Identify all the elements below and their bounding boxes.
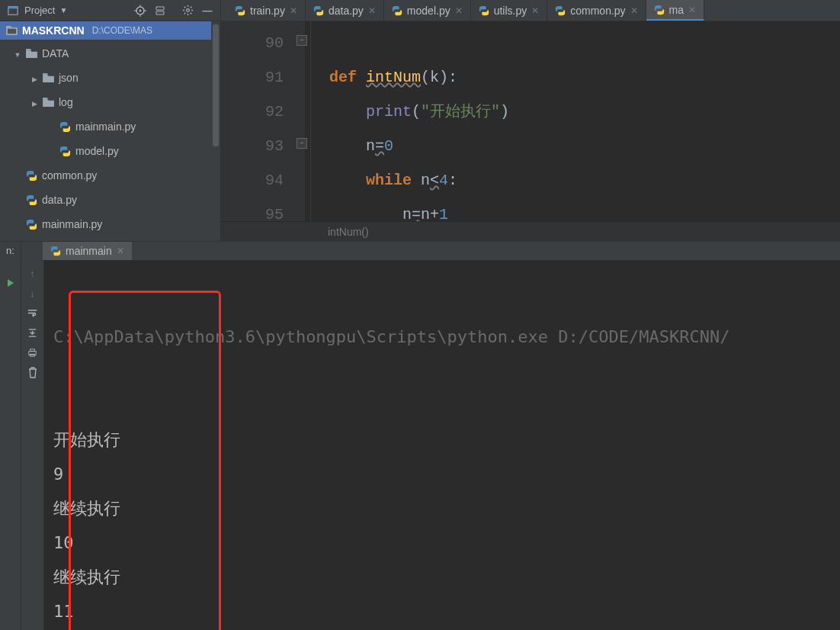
- gear-icon[interactable]: [179, 2, 196, 19]
- line-number: 90: [221, 26, 284, 60]
- tree-folder[interactable]: log: [3, 90, 217, 114]
- scroll-to-end-icon[interactable]: [24, 324, 41, 341]
- project-toolbar: Project ▼ —: [0, 0, 221, 21]
- tree-item-label: log: [59, 96, 73, 108]
- code-content[interactable]: def intNum(k): print("开始执行") n=0 while n…: [305, 21, 840, 221]
- tab-label: model.py: [407, 5, 450, 17]
- tree-file[interactable]: mainmain.py: [3, 212, 217, 236]
- print-icon[interactable]: [24, 344, 41, 361]
- var: n: [421, 206, 430, 221]
- editor-tab[interactable]: data.py✕: [306, 0, 384, 21]
- project-root-name: MASKRCNN: [22, 24, 85, 37]
- console-line: 10: [53, 526, 831, 560]
- close-icon[interactable]: ✕: [688, 5, 696, 15]
- editor-tab[interactable]: ma✕: [646, 0, 704, 21]
- tree-item-label: model.py: [75, 145, 119, 157]
- editor-tab[interactable]: train.py✕: [227, 0, 306, 21]
- editor-tab[interactable]: model.py✕: [384, 0, 471, 21]
- num: 4: [439, 172, 448, 189]
- topbar: Project ▼ — train.py✕data.py✕model.py✕ut…: [0, 0, 840, 21]
- run-body: mainmain ✕ ↑ ↓: [21, 242, 840, 630]
- op-eq: =: [412, 206, 421, 221]
- close-icon[interactable]: ✕: [117, 246, 124, 256]
- svg-rect-18: [6, 26, 11, 28]
- string-literal: "开始执行": [421, 103, 500, 121]
- tab-label: common.py: [570, 5, 625, 17]
- op-plus: +: [430, 206, 439, 221]
- arrow-down-icon[interactable]: ↓: [24, 284, 41, 301]
- svg-marker-20: [8, 279, 14, 287]
- tree-file[interactable]: data.py: [3, 188, 217, 212]
- rerun-icon[interactable]: [2, 275, 19, 291]
- editor-tabs: train.py✕data.py✕model.py✕utils.py✕commo…: [221, 0, 840, 21]
- target-icon[interactable]: [132, 2, 149, 19]
- chevron-down-icon[interactable]: ▼: [59, 6, 67, 14]
- editor-pane: − − 909192939495 def intNum(k): print("开…: [221, 21, 840, 241]
- editor-tab[interactable]: common.py✕: [547, 0, 646, 21]
- tree-item-label: json: [59, 72, 79, 84]
- num: 0: [384, 137, 393, 155]
- line-number: 95: [221, 198, 284, 221]
- line-number-gutter: 909192939495: [221, 21, 305, 221]
- expand-arrow-icon[interactable]: [30, 72, 38, 84]
- soft-wrap-icon[interactable]: [24, 304, 41, 321]
- run-heading: n:: [6, 245, 14, 256]
- console-controls-col1: ↑ ↓: [21, 260, 44, 630]
- console-line: 开始执行: [53, 423, 831, 457]
- svg-line-15: [184, 13, 184, 14]
- tree-file[interactable]: mainmain.py: [3, 114, 217, 139]
- folder-icon: [43, 73, 54, 83]
- line-number: 92: [221, 95, 284, 129]
- editor-tab[interactable]: utils.py✕: [471, 0, 548, 21]
- folder-icon: [26, 49, 37, 59]
- kw-while: while: [366, 172, 412, 189]
- op-lt: <: [430, 172, 439, 189]
- breadcrumb-item[interactable]: intNum(): [328, 226, 369, 238]
- run-tab-label: mainmain: [66, 245, 112, 257]
- minimize-icon[interactable]: —: [199, 2, 216, 19]
- breadcrumb[interactable]: intNum(): [221, 221, 840, 241]
- tree-folder[interactable]: DATA: [3, 41, 217, 66]
- project-pane: MASKRCNN D:\CODE\MAS DATAjsonlogmainmain…: [0, 21, 221, 241]
- project-scrollbar[interactable]: [211, 21, 220, 241]
- close-icon[interactable]: ✕: [630, 5, 638, 16]
- project-view-icon[interactable]: [5, 2, 21, 19]
- tree-item-label: mainmain.py: [75, 121, 136, 133]
- var: n: [402, 206, 412, 221]
- python-icon: [59, 121, 71, 133]
- tree-file[interactable]: model.py: [3, 139, 217, 163]
- project-tree[interactable]: DATAjsonlogmainmain.pymodel.pycommon.pyd…: [0, 40, 220, 238]
- console-line: 11: [53, 594, 831, 628]
- module-icon: [6, 26, 18, 36]
- op-eq: =: [375, 137, 384, 155]
- console-line: 继续执行: [53, 491, 831, 526]
- line-number: 94: [221, 163, 284, 198]
- tree-file[interactable]: common.py: [3, 163, 217, 188]
- line-number: 91: [221, 60, 284, 95]
- expand-arrow-icon[interactable]: [14, 47, 21, 59]
- svg-line-13: [184, 7, 184, 8]
- run-tab[interactable]: mainmain ✕: [43, 242, 132, 260]
- console-line: 继续执行: [53, 560, 831, 594]
- project-label[interactable]: Project: [24, 5, 55, 16]
- close-icon[interactable]: ✕: [368, 5, 376, 16]
- expand-arrow-icon[interactable]: [30, 96, 38, 108]
- close-icon[interactable]: ✕: [290, 5, 297, 16]
- console-command-line: C:\AppData\python3.6\pythongpu\Scripts\p…: [53, 320, 831, 354]
- python-icon: [26, 194, 37, 206]
- console-output[interactable]: C:\AppData\python3.6\pythongpu\Scripts\p…: [44, 260, 840, 630]
- code-editor[interactable]: − − 909192939495 def intNum(k): print("开…: [221, 21, 840, 221]
- run-gutter: n:: [0, 242, 21, 630]
- project-root-row[interactable]: MASKRCNN D:\CODE\MAS: [0, 21, 220, 40]
- trash-icon[interactable]: [24, 364, 41, 381]
- svg-point-8: [186, 9, 189, 12]
- var: n: [412, 172, 430, 189]
- arrow-up-icon[interactable]: ↑: [24, 265, 41, 281]
- tree-folder[interactable]: json: [3, 66, 217, 90]
- close-icon[interactable]: ✕: [455, 5, 463, 16]
- tab-label: utils.py: [494, 5, 527, 17]
- close-icon[interactable]: ✕: [531, 5, 539, 16]
- collapse-icon[interactable]: [152, 2, 168, 19]
- project-root-path: D:\CODE\MAS: [92, 25, 152, 36]
- scrollbar-thumb[interactable]: [213, 24, 219, 146]
